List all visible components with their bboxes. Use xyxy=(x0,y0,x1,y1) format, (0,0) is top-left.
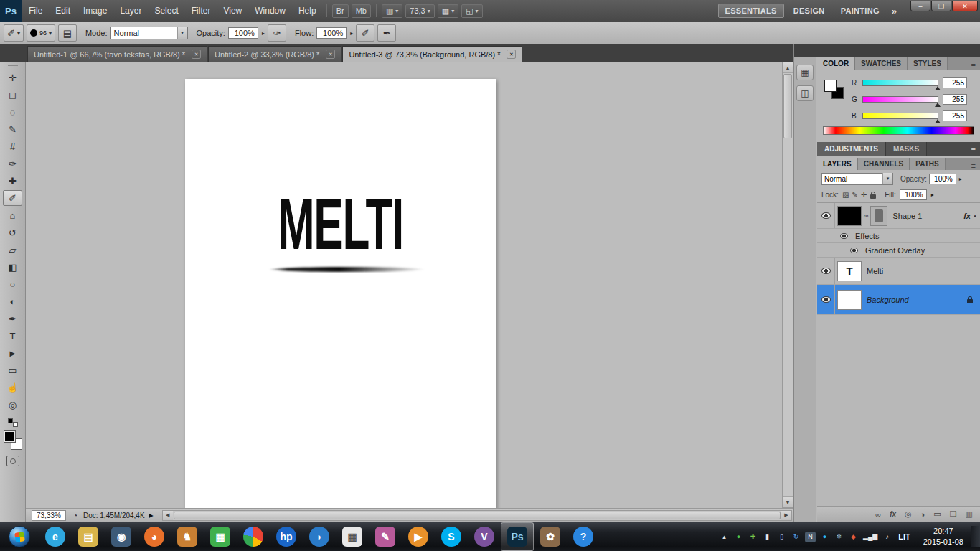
chrome-icon[interactable] xyxy=(237,522,270,551)
blur-tool-icon[interactable]: ○ xyxy=(3,276,22,292)
close-button[interactable]: ✕ xyxy=(952,1,978,11)
foreground-color-swatch[interactable] xyxy=(4,430,16,443)
opacity-slider-arrow-icon[interactable]: ▸ xyxy=(262,30,265,37)
flow-slider-arrow-icon[interactable]: ▸ xyxy=(350,30,353,37)
toggle-brush-panel-button[interactable]: ▤ xyxy=(58,24,77,42)
show-desktop-button[interactable] xyxy=(971,526,980,547)
scroll-down-icon[interactable]: ▼ xyxy=(783,496,793,507)
layer-opacity-input[interactable]: 100% xyxy=(929,174,956,184)
layer-row-background[interactable]: Background xyxy=(817,285,980,315)
slider-handle[interactable] xyxy=(935,103,941,107)
eyedropper-tool-icon[interactable]: ✑ xyxy=(3,156,22,171)
viber-icon[interactable]: V xyxy=(468,522,501,551)
layer-thumbnail[interactable] xyxy=(837,290,862,310)
menu-item[interactable]: Window xyxy=(248,0,292,22)
brush-preset-picker[interactable]: 96 ▾ xyxy=(27,24,55,42)
new-layer-icon[interactable]: ❏ xyxy=(950,509,957,519)
language-indicator[interactable]: LIT xyxy=(892,532,916,541)
menu-item[interactable]: View xyxy=(217,0,248,22)
tray-sync-icon[interactable]: ↻ xyxy=(791,532,801,542)
menu-item[interactable]: Select xyxy=(148,0,184,22)
paint-app-icon[interactable]: ✎ xyxy=(369,522,402,551)
layer-row-shape-1[interactable]: ∞ Shape 1 fx ▴ xyxy=(817,203,980,229)
histogram-panel-icon[interactable]: ▦ xyxy=(796,65,814,80)
horizontal-scrollbar[interactable]: ◀ ▶ xyxy=(162,510,792,521)
slider-handle[interactable] xyxy=(935,119,941,123)
flow-input[interactable]: 100% xyxy=(316,27,347,39)
tray-phone-icon[interactable]: ▯ xyxy=(776,532,787,542)
menu-item[interactable]: File xyxy=(22,0,49,22)
menu-item[interactable]: Filter xyxy=(185,0,217,22)
document-tab[interactable]: Untitled-1 @ 66,7% (tavo tekstas, RGB/8)… xyxy=(27,46,207,62)
opacity-input[interactable]: 100% xyxy=(228,27,258,39)
layer-gradient-overlay-row[interactable]: Gradient Overlay xyxy=(817,243,980,258)
tray-network-icon[interactable]: ▂▄▆ xyxy=(862,532,878,542)
kangaroo-app-icon[interactable]: ♞ xyxy=(171,522,204,551)
link-layers-icon[interactable]: ∞ xyxy=(875,510,881,519)
menu-item[interactable]: Image xyxy=(77,0,113,22)
layer-style-icon[interactable]: fx xyxy=(890,510,896,518)
foreground-color-swatch[interactable] xyxy=(824,80,837,92)
firefox-icon[interactable]: ◕ xyxy=(138,522,171,551)
panel-tab[interactable]: COLOR xyxy=(817,57,855,70)
tool-preset-picker[interactable]: ✐ ▾ xyxy=(4,24,24,42)
add-layer-mask-icon[interactable]: ◎ xyxy=(905,509,912,519)
arrange-documents-button[interactable]: ▦ ▾ xyxy=(438,4,458,18)
panel-tab[interactable]: SWATCHES xyxy=(855,57,908,70)
quick-selection-tool-icon[interactable]: ✎ xyxy=(3,121,22,137)
panel-grip[interactable] xyxy=(8,65,18,67)
green-slider[interactable] xyxy=(862,96,938,103)
fill-slider-arrow-icon[interactable]: ▸ xyxy=(931,192,934,198)
zoom-level-control[interactable]: 73,3 ▾ xyxy=(405,4,434,18)
minimize-button[interactable]: – xyxy=(910,1,930,11)
panel-tab[interactable]: CHANNELS xyxy=(858,158,910,170)
tab-close-icon[interactable]: ✕ xyxy=(326,50,335,59)
vector-mask-thumbnail[interactable] xyxy=(870,206,887,226)
screen-mode-button[interactable]: ◱ ▾ xyxy=(461,4,482,18)
layer-row-melti[interactable]: T Melti xyxy=(817,258,980,285)
file-explorer-icon[interactable]: ▤ xyxy=(72,522,105,551)
skype-icon[interactable]: S xyxy=(435,522,468,551)
airbrush-toggle-button[interactable]: ✐ xyxy=(356,24,374,42)
color-spectrum-ramp[interactable] xyxy=(823,126,974,135)
document-canvas[interactable]: MELTI xyxy=(185,79,496,508)
red-value-input[interactable]: 255 xyxy=(943,77,967,88)
scrollbar-thumb[interactable] xyxy=(174,512,781,519)
launch-mini-bridge-button[interactable]: Mb xyxy=(352,4,371,18)
green-store-icon[interactable]: ▦ xyxy=(204,522,237,551)
gallery-app-icon[interactable]: ✿ xyxy=(534,522,567,551)
lasso-tool-icon[interactable]: ◌ xyxy=(3,104,22,120)
healing-brush-tool-icon[interactable]: ✚ xyxy=(3,173,22,189)
eye-icon[interactable] xyxy=(850,248,858,253)
tab-close-icon[interactable]: ✕ xyxy=(507,50,516,59)
scroll-up-icon[interactable]: ▲ xyxy=(783,62,793,73)
tray-chat-icon[interactable]: ● xyxy=(819,532,830,542)
view-extras-button[interactable]: ▥ ▾ xyxy=(382,4,402,18)
layer-name[interactable]: Melti xyxy=(867,267,883,276)
layer-thumbnail[interactable] xyxy=(837,206,862,226)
tray-update-icon[interactable]: ✚ xyxy=(748,532,758,542)
visibility-toggle[interactable] xyxy=(817,203,835,228)
eraser-tool-icon[interactable]: ▱ xyxy=(3,242,22,258)
eye-icon[interactable] xyxy=(840,233,848,239)
menu-item[interactable]: Layer xyxy=(113,0,148,22)
zoom-tool-icon[interactable]: ◎ xyxy=(3,397,22,413)
workspace-button[interactable]: ESSENTIALS xyxy=(718,4,784,18)
photoshop-icon[interactable]: Ps xyxy=(501,522,534,551)
pen-pressure-size-button[interactable]: ✒ xyxy=(377,24,396,42)
lock-transparency-icon[interactable]: ▨ xyxy=(842,191,849,199)
panel-menu-icon[interactable]: ≡ xyxy=(967,161,980,170)
pen-pressure-opacity-button[interactable]: ✑ xyxy=(268,24,286,42)
layer-effects-row[interactable]: Effects xyxy=(817,229,980,243)
workspace-button[interactable]: PAINTING xyxy=(834,4,886,17)
layer-name[interactable]: Shape 1 xyxy=(892,212,922,220)
workspace-overflow-icon[interactable]: » xyxy=(886,6,903,17)
blue-bird-app-icon[interactable]: ◗ xyxy=(303,522,336,551)
tray-volume-icon[interactable]: ♪ xyxy=(882,532,892,542)
hand-tool-icon[interactable]: ☝ xyxy=(3,380,22,395)
green-value-input[interactable]: 255 xyxy=(943,94,967,105)
clone-stamp-tool-icon[interactable]: ⌂ xyxy=(3,207,22,223)
photoshop-logo[interactable]: Ps xyxy=(0,0,22,22)
menu-item[interactable]: Edit xyxy=(49,0,77,22)
panel-menu-icon[interactable]: ≡ xyxy=(967,61,980,70)
